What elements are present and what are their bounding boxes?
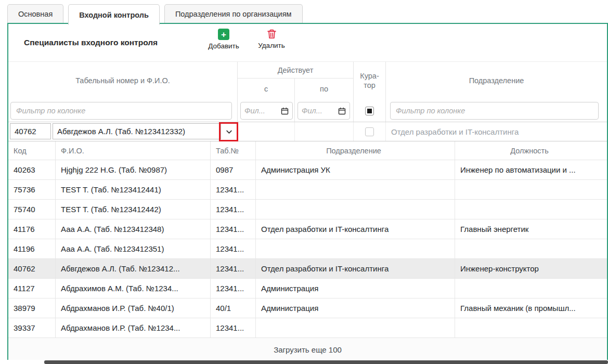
edit-curator-cell [354, 122, 386, 141]
calendar-icon[interactable] [281, 107, 289, 115]
table-row[interactable]: 75740 TEST T. (Таб. №123412442) 12341... [8, 200, 607, 219]
curator-label-line1: Кура- [360, 72, 379, 80]
table-row[interactable]: 75736 TEST T. (Таб. №123412441) 12341... [8, 180, 607, 200]
table-row[interactable]: 39337 Абдрахманов И.Р. (Таб. №1234... 12… [8, 318, 607, 338]
cell-tab: 12341... [211, 239, 256, 258]
horizontal-scrollbar [0, 360, 608, 364]
cell-code: 40762 [8, 259, 56, 278]
grid-header: Табельный номер и Ф.И.О. Действует с по … [8, 61, 607, 122]
filter-cell-valid-from [238, 99, 295, 122]
cell-position: Инженер по автоматизации и ... [455, 160, 607, 179]
edit-personnel-cell: 40762 Абвгдежов А.Л. (Таб. №123412332) [8, 122, 238, 141]
table-row[interactable]: 41176 Ааа А.А. (Таб. №123412348) 12341..… [8, 219, 607, 239]
table-row-selected[interactable]: 40762 Абвгдежов А.Л. (Таб. №123412... 12… [8, 259, 607, 279]
cell-department: Администрация УК [256, 160, 455, 179]
toolbar: Специалисты входного контроля Добавить У… [8, 24, 607, 61]
panel-title: Специалисты входного контроля [24, 38, 158, 47]
cell-department: Отдел разработки и IT-консалтинга [256, 219, 455, 239]
curator-checkbox[interactable] [365, 127, 374, 136]
tab-divisions[interactable]: Подразделения по организациям [164, 4, 303, 23]
cell-position [455, 239, 607, 258]
cell-position: Главный энергетик [455, 219, 607, 239]
cell-department [256, 318, 455, 337]
cell-department [256, 180, 455, 199]
table-row[interactable]: 40263 Hjghjg 222 H.G. (Таб. №0987) 0987 … [8, 160, 607, 180]
cell-code: 75740 [8, 200, 56, 219]
lookup-header: Код Ф.И.О. Таб.№ Подразделение Должность [8, 141, 607, 160]
table-row[interactable]: 41196 Ааа А.А. (Таб. №123412351) 12341..… [8, 239, 607, 259]
cell-position [455, 279, 607, 298]
personnel-dropdown-button[interactable] [223, 124, 235, 139]
table-row[interactable]: 41127 Абдрахимов А.М. (Таб. №1234... 123… [8, 279, 607, 298]
cell-name: Ааа А.А. (Таб. №123412351) [56, 239, 211, 258]
lookup-column-name: Ф.И.О. [56, 141, 211, 160]
cell-tab: 12341... [211, 200, 256, 219]
edit-valid-to-cell[interactable] [295, 122, 354, 141]
cell-tab: 40/1 [211, 298, 256, 318]
filter-cell-curator [354, 99, 386, 122]
column-header-personnel[interactable]: Табельный номер и Ф.И.О. [8, 62, 238, 99]
cell-tab: 0987 [211, 160, 256, 179]
filter-cell-department [386, 99, 607, 122]
edit-row: 40762 Абвгдежов А.Л. (Таб. №123412332) О… [8, 122, 607, 141]
table-row[interactable]: 38979 Абдрахманов И.Р. (Таб. №40/1) 40/1… [8, 298, 607, 318]
cell-department: Администрация [256, 298, 455, 318]
cell-code: 41127 [8, 279, 56, 298]
cell-position: Главный механик (в промышл... [455, 298, 607, 318]
cell-code: 40263 [8, 160, 56, 179]
valid-from-filter[interactable] [240, 102, 293, 120]
cell-position [455, 200, 607, 219]
cell-position [455, 180, 607, 199]
filter-cell-personnel [8, 99, 238, 122]
cell-name: Абдрахманов И.Р. (Таб. №40/1) [56, 298, 211, 318]
tab-main[interactable]: Основная [7, 4, 63, 23]
edit-department-cell[interactable]: Отдел разработки и IT-консалтинга [386, 122, 607, 141]
personnel-lookup-popup: Код Ф.И.О. Таб.№ Подразделение Должность… [8, 141, 607, 361]
cell-tab: 12341... [211, 180, 256, 199]
cell-tab: 12341... [211, 279, 256, 298]
add-button[interactable]: Добавить [202, 29, 245, 50]
cell-name: Hjghjg 222 H.G. (Таб. №0987) [56, 160, 211, 179]
lookup-column-tab: Таб.№ [211, 141, 256, 160]
edit-name-field[interactable]: Абвгдежов А.Л. (Таб. №123412332) [53, 123, 221, 139]
column-header-department[interactable]: Подразделение [386, 62, 607, 99]
curator-label-line2: тор [364, 81, 376, 89]
cell-name: Абдрахманов И.Р. (Таб. №1234... [56, 318, 211, 337]
cell-name: Абдрахимов А.М. (Таб. №1234... [56, 279, 211, 298]
cell-tab: 12341... [211, 318, 256, 337]
cell-name: Абвгдежов А.Л. (Таб. №123412... [56, 259, 211, 278]
plus-icon [218, 29, 229, 40]
cell-tab: 12341... [211, 259, 256, 278]
lookup-column-department: Подразделение [256, 141, 455, 160]
cell-name: Ааа А.А. (Таб. №123412348) [56, 219, 211, 239]
tab-input-control[interactable]: Входной контроль [68, 4, 160, 25]
tab-divisions-label: Подразделения по организациям [175, 10, 292, 18]
load-more-button[interactable]: Загрузить еще 100 [8, 338, 607, 361]
personnel-filter-input[interactable] [10, 102, 232, 120]
valid-to-filter[interactable] [297, 102, 350, 120]
column-header-valid-to[interactable]: по [295, 79, 354, 99]
cell-department: Отдел разработки и IT-консалтинга [256, 259, 455, 278]
cell-name: TEST T. (Таб. №123412442) [56, 200, 211, 219]
lookup-column-code: Код [8, 141, 56, 160]
curator-filter-checkbox[interactable] [365, 107, 374, 115]
valid-from-filter-input[interactable] [244, 107, 281, 115]
edit-valid-from-cell[interactable] [238, 122, 295, 141]
cell-department: Администрация [256, 279, 455, 298]
column-header-curator[interactable]: Кура- тор [354, 62, 386, 99]
cell-code: 75736 [8, 180, 56, 199]
cell-department [256, 200, 455, 219]
cell-code: 38979 [8, 298, 56, 318]
calendar-icon[interactable] [338, 107, 346, 115]
department-filter-input[interactable] [390, 102, 599, 120]
cell-position: Инженер-конструктор [455, 259, 607, 278]
filter-cell-valid-to [295, 99, 354, 122]
column-header-valid-from[interactable]: с [238, 79, 295, 99]
cell-position [455, 318, 607, 337]
edit-code-field[interactable]: 40762 [10, 123, 51, 139]
delete-button[interactable]: Удалить [250, 29, 293, 49]
horizontal-scrollbar-thumb[interactable] [44, 360, 608, 364]
cell-code: 41196 [8, 239, 56, 258]
trash-icon [266, 29, 277, 40]
valid-to-filter-input[interactable] [302, 107, 338, 115]
